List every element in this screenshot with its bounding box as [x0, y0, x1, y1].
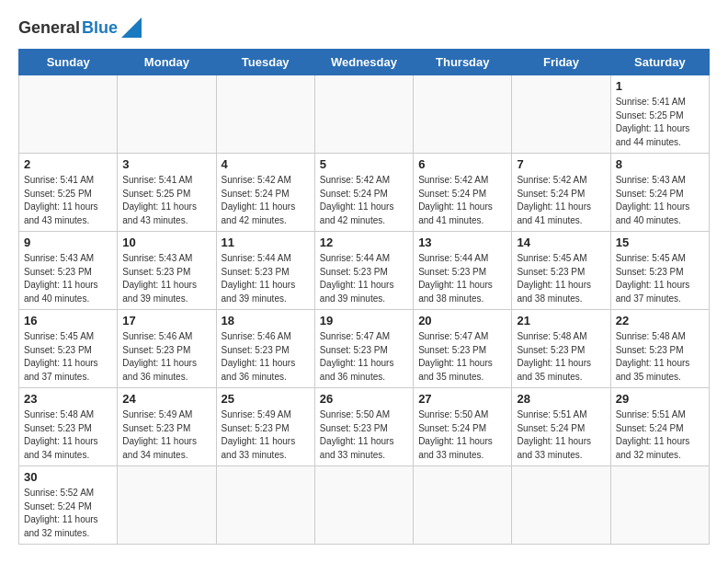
calendar-cell — [512, 466, 610, 545]
day-number: 6 — [418, 157, 506, 171]
calendar-cell: 1Sunrise: 5:41 AM Sunset: 5:25 PM Daylig… — [610, 75, 709, 154]
day-info: Sunrise: 5:44 AM Sunset: 5:23 PM Dayligh… — [222, 252, 310, 305]
day-info: Sunrise: 5:44 AM Sunset: 5:23 PM Dayligh… — [418, 252, 506, 305]
day-number: 29 — [616, 392, 704, 406]
logo-text-blue: Blue — [82, 18, 118, 38]
calendar-cell: 2Sunrise: 5:41 AM Sunset: 5:25 PM Daylig… — [19, 154, 118, 232]
calendar-cell — [314, 75, 413, 154]
weekday-header-row: SundayMondayTuesdayWednesdayThursdayFrid… — [19, 50, 710, 75]
day-number: 3 — [122, 157, 210, 171]
day-number: 13 — [418, 236, 506, 249]
day-info: Sunrise: 5:43 AM Sunset: 5:24 PM Dayligh… — [616, 174, 704, 227]
day-info: Sunrise: 5:47 AM Sunset: 5:23 PM Dayligh… — [320, 330, 408, 384]
day-info: Sunrise: 5:42 AM Sunset: 5:24 PM Dayligh… — [517, 174, 605, 227]
svg-marker-0 — [121, 17, 142, 38]
weekday-header-sunday: Sunday — [19, 50, 118, 75]
day-number: 25 — [222, 392, 310, 406]
day-info: Sunrise: 5:41 AM Sunset: 5:25 PM Dayligh… — [616, 96, 704, 149]
logo-text-general: General — [18, 18, 80, 38]
day-number: 24 — [122, 392, 210, 406]
day-number: 5 — [320, 157, 408, 171]
calendar-cell: 15Sunrise: 5:45 AM Sunset: 5:23 PM Dayli… — [610, 232, 709, 310]
calendar-cell — [414, 75, 512, 154]
day-info: Sunrise: 5:50 AM Sunset: 5:23 PM Dayligh… — [320, 408, 408, 462]
calendar-table: SundayMondayTuesdayWednesdayThursdayFrid… — [18, 49, 710, 545]
day-number: 30 — [24, 470, 112, 484]
calendar-cell: 11Sunrise: 5:44 AM Sunset: 5:23 PM Dayli… — [216, 232, 314, 310]
day-number: 2 — [24, 157, 112, 171]
calendar-cell: 10Sunrise: 5:43 AM Sunset: 5:23 PM Dayli… — [118, 232, 216, 310]
day-info: Sunrise: 5:52 AM Sunset: 5:24 PM Dayligh… — [24, 487, 112, 540]
day-info: Sunrise: 5:42 AM Sunset: 5:24 PM Dayligh… — [320, 174, 408, 227]
day-info: Sunrise: 5:49 AM Sunset: 5:23 PM Dayligh… — [122, 408, 210, 462]
weekday-header-monday: Monday — [118, 50, 216, 75]
day-info: Sunrise: 5:49 AM Sunset: 5:23 PM Dayligh… — [222, 408, 310, 462]
calendar-week-row: 23Sunrise: 5:48 AM Sunset: 5:23 PM Dayli… — [19, 388, 710, 466]
day-number: 14 — [517, 236, 605, 249]
calendar-cell: 6Sunrise: 5:42 AM Sunset: 5:24 PM Daylig… — [414, 154, 512, 232]
calendar-cell: 8Sunrise: 5:43 AM Sunset: 5:24 PM Daylig… — [610, 154, 709, 232]
logo: General Blue — [18, 15, 142, 38]
day-info: Sunrise: 5:45 AM Sunset: 5:23 PM Dayligh… — [24, 330, 112, 384]
day-number: 16 — [24, 314, 112, 327]
calendar-cell — [216, 75, 314, 154]
day-number: 7 — [517, 157, 605, 171]
calendar-cell — [216, 466, 314, 545]
weekday-header-friday: Friday — [512, 50, 610, 75]
day-info: Sunrise: 5:44 AM Sunset: 5:23 PM Dayligh… — [320, 252, 408, 305]
calendar-week-row: 9Sunrise: 5:43 AM Sunset: 5:23 PM Daylig… — [19, 232, 710, 310]
day-number: 10 — [122, 236, 210, 249]
day-info: Sunrise: 5:51 AM Sunset: 5:24 PM Dayligh… — [616, 408, 704, 462]
day-info: Sunrise: 5:47 AM Sunset: 5:23 PM Dayligh… — [418, 330, 506, 384]
day-info: Sunrise: 5:51 AM Sunset: 5:24 PM Dayligh… — [517, 408, 605, 462]
calendar-cell: 21Sunrise: 5:48 AM Sunset: 5:23 PM Dayli… — [512, 310, 610, 388]
day-number: 19 — [320, 314, 408, 327]
day-number: 28 — [517, 392, 605, 406]
calendar-cell — [512, 75, 610, 154]
calendar-cell: 20Sunrise: 5:47 AM Sunset: 5:23 PM Dayli… — [414, 310, 512, 388]
day-number: 23 — [24, 392, 112, 406]
calendar-cell — [314, 466, 413, 545]
calendar-cell: 27Sunrise: 5:50 AM Sunset: 5:24 PM Dayli… — [414, 388, 512, 466]
day-info: Sunrise: 5:50 AM Sunset: 5:24 PM Dayligh… — [418, 408, 506, 462]
day-info: Sunrise: 5:46 AM Sunset: 5:23 PM Dayligh… — [122, 330, 210, 384]
calendar-cell: 12Sunrise: 5:44 AM Sunset: 5:23 PM Dayli… — [314, 232, 413, 310]
day-number: 15 — [616, 236, 704, 249]
calendar-week-row: 30Sunrise: 5:52 AM Sunset: 5:24 PM Dayli… — [19, 466, 710, 545]
day-info: Sunrise: 5:43 AM Sunset: 5:23 PM Dayligh… — [24, 252, 112, 305]
calendar-cell: 28Sunrise: 5:51 AM Sunset: 5:24 PM Dayli… — [512, 388, 610, 466]
calendar-cell: 22Sunrise: 5:48 AM Sunset: 5:23 PM Dayli… — [610, 310, 709, 388]
calendar-cell: 29Sunrise: 5:51 AM Sunset: 5:24 PM Dayli… — [610, 388, 709, 466]
calendar-cell: 3Sunrise: 5:41 AM Sunset: 5:25 PM Daylig… — [118, 154, 216, 232]
day-number: 22 — [616, 314, 704, 327]
day-info: Sunrise: 5:41 AM Sunset: 5:25 PM Dayligh… — [122, 174, 210, 227]
day-number: 21 — [517, 314, 605, 327]
calendar-cell: 24Sunrise: 5:49 AM Sunset: 5:23 PM Dayli… — [118, 388, 216, 466]
day-info: Sunrise: 5:45 AM Sunset: 5:23 PM Dayligh… — [517, 252, 605, 305]
day-info: Sunrise: 5:48 AM Sunset: 5:23 PM Dayligh… — [616, 330, 704, 384]
calendar-cell: 5Sunrise: 5:42 AM Sunset: 5:24 PM Daylig… — [314, 154, 413, 232]
day-number: 11 — [222, 236, 310, 249]
day-number: 20 — [418, 314, 506, 327]
calendar-cell — [19, 75, 118, 154]
calendar-cell: 13Sunrise: 5:44 AM Sunset: 5:23 PM Dayli… — [414, 232, 512, 310]
calendar-week-row: 16Sunrise: 5:45 AM Sunset: 5:23 PM Dayli… — [19, 310, 710, 388]
calendar-cell — [610, 466, 709, 545]
day-info: Sunrise: 5:41 AM Sunset: 5:25 PM Dayligh… — [24, 174, 112, 227]
weekday-header-tuesday: Tuesday — [216, 50, 314, 75]
day-number: 4 — [222, 157, 310, 171]
calendar-cell: 4Sunrise: 5:42 AM Sunset: 5:24 PM Daylig… — [216, 154, 314, 232]
calendar-week-row: 1Sunrise: 5:41 AM Sunset: 5:25 PM Daylig… — [19, 75, 710, 154]
calendar-cell: 9Sunrise: 5:43 AM Sunset: 5:23 PM Daylig… — [19, 232, 118, 310]
day-number: 12 — [320, 236, 408, 249]
calendar-cell: 16Sunrise: 5:45 AM Sunset: 5:23 PM Dayli… — [19, 310, 118, 388]
calendar-cell: 14Sunrise: 5:45 AM Sunset: 5:23 PM Dayli… — [512, 232, 610, 310]
calendar-cell: 23Sunrise: 5:48 AM Sunset: 5:23 PM Dayli… — [19, 388, 118, 466]
calendar-cell: 26Sunrise: 5:50 AM Sunset: 5:23 PM Dayli… — [314, 388, 413, 466]
calendar-cell: 7Sunrise: 5:42 AM Sunset: 5:24 PM Daylig… — [512, 154, 610, 232]
day-number: 27 — [418, 392, 506, 406]
day-number: 1 — [616, 79, 704, 93]
day-number: 8 — [616, 157, 704, 171]
day-info: Sunrise: 5:45 AM Sunset: 5:23 PM Dayligh… — [616, 252, 704, 305]
calendar-week-row: 2Sunrise: 5:41 AM Sunset: 5:25 PM Daylig… — [19, 154, 710, 232]
